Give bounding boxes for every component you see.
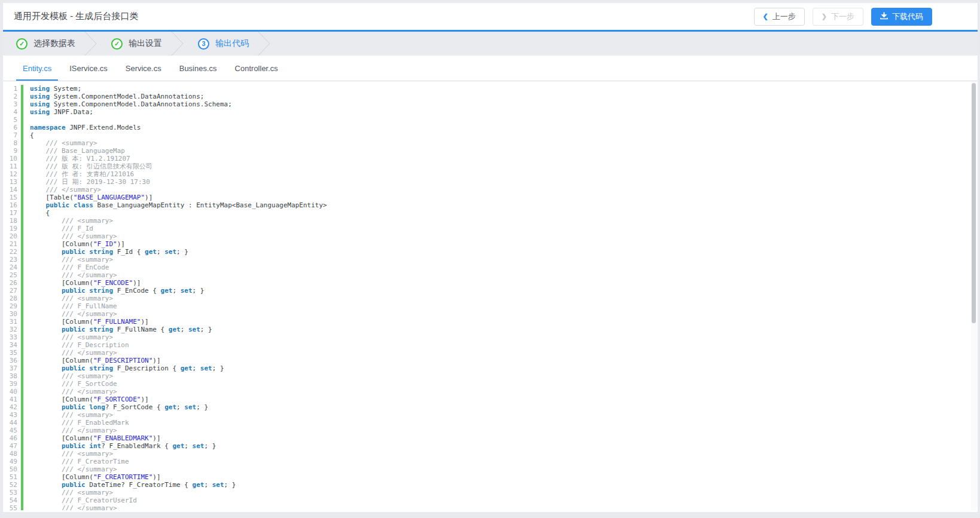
code-text: /// </summary> [23,232,117,240]
line-number: 6 [3,124,21,131]
code-text: /// <summary> [23,372,113,380]
tab-iservice-cs[interactable]: IService.cs [62,57,115,81]
line-number: 22 [3,248,21,256]
code-text: /// </summary> [23,427,117,434]
line-number: 3 [3,100,21,108]
code-text: /// <summary> [23,295,113,302]
line-number: 18 [3,217,21,225]
line-number: 15 [3,194,21,201]
line-number: 49 [3,458,21,465]
code-line: 26 [Column("F_ENCODE")] [3,279,978,287]
line-number: 39 [3,380,21,388]
code-line: 29 /// F_FullName [3,302,978,310]
line-number: 17 [3,209,21,217]
code-text: /// 版 权: 引迈信息技术有限公司 [23,163,152,170]
code-text: /// F_EnabledMark [23,419,129,427]
code-text: /// </summary> [23,186,101,194]
code-text: [Column("F_CREATORTIME")] [23,473,161,481]
code-line: 24 /// F_EnCode [3,263,978,271]
code-text: /// F_FullName [23,302,117,310]
download-code-button[interactable]: 下载代码 [871,8,932,26]
chevron-right-icon: ❯ [822,13,827,20]
code-line: 17 { [3,209,978,217]
step-item-1[interactable]: ✓选择数据表 [3,32,83,56]
code-text: /// </summary> [23,310,117,318]
code-line: 23 /// <summary> [3,256,978,263]
step-separator-chevron-icon [169,32,185,56]
code-text: [Column("F_ENCODE")] [23,279,141,287]
code-line: 41 [Column("F_SORTCODE")] [3,396,978,403]
vertical-scrollbar[interactable] [971,81,976,510]
line-number: 55 [3,504,21,510]
code-line: 8 /// <summary> [3,139,978,147]
prev-step-button[interactable]: ❮上一步 [754,8,805,26]
code-text: /// <summary> [23,256,113,263]
code-line: 27 public string F_EnCode { get; set; } [3,287,978,295]
tab-controller-cs[interactable]: Controller.cs [227,57,286,81]
code-line: 16 public class Base_LanguageMapEntity :… [3,201,978,209]
code-text: /// <summary> [23,217,113,225]
tab-busines-cs[interactable]: Busines.cs [172,57,225,81]
line-number: 54 [3,496,21,504]
line-number: 10 [3,155,21,163]
step-label: 输出代码 [215,38,249,49]
code-line: 43 /// <summary> [3,411,978,419]
code-text: { [23,209,50,217]
code-text: /// Base_LanguageMap [23,147,125,155]
line-number: 23 [3,256,21,263]
code-line: 13 /// 日 期: 2019-12-30 17:30 [3,178,978,186]
code-line: 3using System.ComponentModel.DataAnnotat… [3,100,978,108]
line-number: 27 [3,287,21,295]
code-text: /// F_SortCode [23,380,117,388]
code-line: 40 /// </summary> [3,388,978,396]
code-line: 21 [Column("F_ID")] [3,240,978,248]
code-text: /// <summary> [23,333,113,341]
code-line: 33 /// <summary> [3,333,978,341]
line-number: 19 [3,225,21,232]
code-text: /// F_EnCode [23,263,109,271]
code-line: 1using System; [3,85,978,93]
code-line: 25 /// </summary> [3,271,978,279]
code-editor[interactable]: 1using System;2using System.ComponentMod… [3,81,978,510]
line-number: 30 [3,310,21,318]
code-line: 19 /// F_Id [3,225,978,232]
next-step-button[interactable]: ❯下一步 [813,8,863,26]
line-number: 52 [3,481,21,489]
code-text: [Column("F_ID")] [23,240,125,248]
code-text [23,116,30,124]
line-number: 2 [3,93,21,100]
scrollbar-thumb[interactable] [972,83,976,323]
step-separator-chevron-icon [256,32,271,56]
tab-service-cs[interactable]: Service.cs [118,57,169,81]
line-number: 34 [3,341,21,349]
step-item-3[interactable]: 3输出代码 [185,32,256,56]
code-text: using System.ComponentModel.DataAnnotati… [23,93,204,100]
code-text: /// <summary> [23,450,113,458]
steps-bar: ✓选择数据表✓输出设置3输出代码 [3,32,978,56]
code-line: 38 /// <summary> [3,372,978,380]
step-item-2[interactable]: ✓输出设置 [98,32,169,56]
code-line: 31 [Column("F_FULLNAME")] [3,318,978,326]
step-label: 选择数据表 [33,38,75,49]
code-line: 9 /// Base_LanguageMap [3,147,978,155]
code-text: public string F_EnCode { get; set; } [23,287,204,295]
code-line: 42 public long? F_SortCode { get; set; } [3,403,978,411]
check-icon: ✓ [16,38,28,50]
code-text: public string F_Description { get; set; … [23,364,224,372]
page-title: 通用开发模板 - 生成后台接口类 [14,11,138,22]
code-text: namespace JNPF.Extend.Models [23,124,141,131]
code-line: 15 [Table("BASE_LANGUAGEMAP")] [3,194,978,201]
line-number: 28 [3,295,21,302]
code-text: public string F_FullName { get; set; } [23,326,212,333]
code-text: public int? F_EnabledMark { get; set; } [23,442,216,450]
code-line: 39 /// F_SortCode [3,380,978,388]
code-line: 34 /// F_Description [3,341,978,349]
tab-entity-cs[interactable]: Entity.cs [15,57,59,81]
code-line: 28 /// <summary> [3,295,978,302]
code-text: /// </summary> [23,271,117,279]
code-line: 51 [Column("F_CREATORTIME")] [3,473,978,481]
line-number: 24 [3,263,21,271]
line-number: 46 [3,434,21,442]
code-text: /// F_Description [23,341,129,349]
check-icon: ✓ [111,38,123,50]
